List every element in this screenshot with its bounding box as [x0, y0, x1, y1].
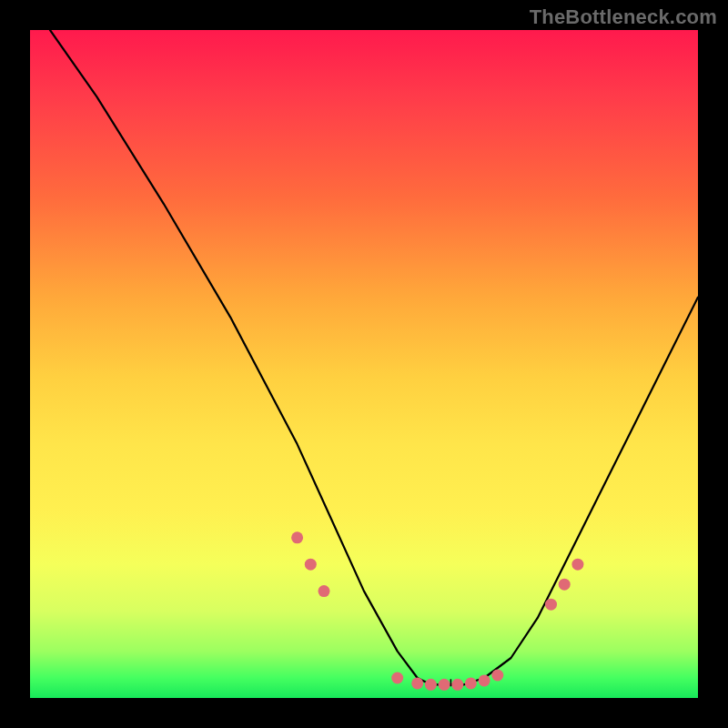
- highlight-dot: [479, 674, 490, 686]
- bottleneck-curve: [50, 30, 698, 684]
- chart-svg: [30, 30, 698, 698]
- highlight-dot: [451, 679, 463, 691]
- watermark-label: TheBottleneck.com: [530, 5, 717, 29]
- highlight-dot: [291, 531, 303, 543]
- marker-layer: [291, 531, 583, 691]
- highlight-dot: [305, 559, 317, 571]
- highlight-dot: [411, 677, 423, 689]
- highlight-dot: [545, 599, 557, 611]
- highlight-dot: [318, 585, 330, 597]
- highlight-dot: [559, 579, 571, 591]
- highlight-dot: [491, 670, 503, 682]
- highlight-dot: [391, 672, 403, 684]
- chart-frame: TheBottleneck.com: [0, 0, 728, 728]
- highlight-dot: [571, 559, 583, 571]
- highlight-dot: [425, 679, 437, 691]
- highlight-dot: [439, 679, 450, 691]
- plot-area: [30, 30, 698, 698]
- highlight-dot: [465, 677, 477, 689]
- curve-layer: [50, 30, 698, 686]
